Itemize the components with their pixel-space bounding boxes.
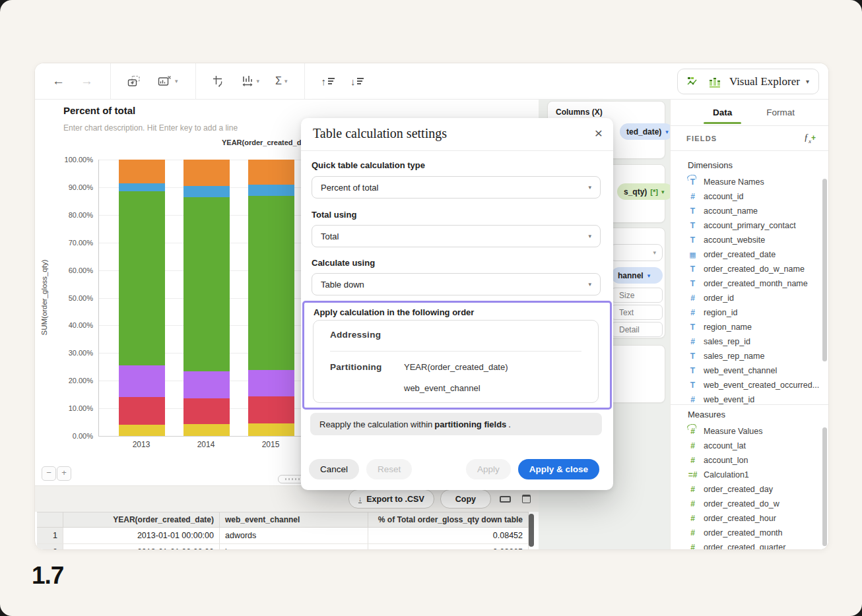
field-item-account-website[interactable]: Taccount_website [671, 233, 821, 247]
total-using-select[interactable]: Total ▾ [312, 225, 601, 247]
bar-segment-segment-green[interactable] [119, 191, 165, 365]
close-icon[interactable]: × [595, 125, 603, 141]
field-item-measure-names[interactable]: TMeasure Names [671, 175, 821, 189]
bar-segment-segment-orange[interactable] [119, 160, 165, 183]
field-item-account-lon[interactable]: #account_lon [671, 453, 821, 468]
field-item-account-primary-contact[interactable]: Taccount_primary_contact [671, 218, 821, 233]
mark-target-detail[interactable]: Detail [611, 322, 663, 337]
quick-calc-type-select[interactable]: Percent of total ▾ [312, 176, 601, 199]
table-calculation-settings-modal: Table calculation settings × Quick table… [301, 118, 613, 490]
bar-segment-segment-blue[interactable] [248, 185, 294, 196]
pill-web-event-channel[interactable]: hannel ▾ [611, 267, 663, 284]
minimize-table-icon[interactable] [500, 496, 511, 503]
dimensions-scrollbar[interactable] [822, 179, 827, 361]
number-icon: # [688, 441, 698, 450]
bar-segment-segment-purple[interactable] [183, 371, 230, 399]
maximize-table-icon[interactable] [522, 495, 531, 503]
chart-description-placeholder[interactable]: Enter chart description. Hit Enter key t… [63, 123, 238, 133]
column-header[interactable] [37, 512, 63, 527]
field-item-sales-rep-id[interactable]: #sales_rep_id [671, 334, 821, 349]
text-icon: T [688, 381, 698, 390]
bar-segment-segment-blue[interactable] [183, 186, 230, 197]
mark-type-select[interactable]: ▾ [610, 244, 663, 261]
duplicate-chart-button[interactable] [127, 75, 141, 88]
field-item-web-event-channel[interactable]: Tweb_event_channel [671, 363, 821, 378]
y-tick-label: 70.00% [43, 239, 93, 247]
field-item-order-id[interactable]: #order_id [671, 291, 821, 305]
field-item-web-event-id[interactable]: #web_event_id [671, 392, 821, 404]
tab-data[interactable]: Data [712, 101, 733, 124]
field-item-account-lat[interactable]: #account_lat [671, 439, 821, 453]
field-label: order_id [704, 293, 734, 303]
bar-segment-segment-green[interactable] [248, 196, 294, 370]
field-item-sales-rep-name[interactable]: Tsales_rep_name [671, 349, 821, 363]
field-item-order-created-do-w-name[interactable]: Torder_created_do_w_name [671, 262, 821, 276]
field-item-region-id[interactable]: #region_id [671, 305, 821, 320]
apply-and-close-button[interactable]: Apply & close [518, 459, 599, 479]
total-using-label: Total using [312, 210, 356, 220]
zoom-in-button[interactable]: + [57, 466, 71, 481]
field-item-order-created-do-w[interactable]: #order_created_do_w [671, 497, 821, 511]
measures-scrollbar[interactable] [822, 427, 827, 546]
calculate-using-select[interactable]: Table down ▾ [312, 273, 601, 295]
field-item-order-created-day[interactable]: #order_created_day [671, 482, 821, 497]
zoom-out-button[interactable]: − [42, 466, 56, 481]
table-vertical-scrollbar[interactable] [529, 514, 534, 547]
chevron-down-icon: ▾ [806, 78, 809, 85]
number-icon: # [688, 499, 698, 508]
table-row[interactable]: 22013-01-01 00:00:00banner0.03065 [37, 544, 529, 550]
field-item-order-created-hour[interactable]: #order_created_hour [671, 511, 821, 526]
column-header[interactable]: web_event_channel [220, 512, 368, 527]
bar-segment-segment-orange[interactable] [248, 160, 294, 185]
field-item-account-id[interactable]: #account_id [671, 189, 821, 204]
field-item-measure-values[interactable]: #Measure Values [671, 424, 821, 439]
chart-title[interactable]: Percent of total [63, 105, 135, 116]
column-header[interactable]: % of Total order_gloss_qty down table [368, 512, 529, 527]
bar-segment-segment-orange[interactable] [183, 160, 230, 186]
remove-chart-button[interactable]: ▾ [157, 75, 178, 88]
sort-ascending-button[interactable]: ↑ [321, 76, 335, 87]
app-switcher-button[interactable]: Visual Explorer ▾ [677, 69, 819, 94]
bar-width-button[interactable]: ▾ [241, 75, 260, 88]
bar-segment-segment-yellow[interactable] [183, 424, 230, 436]
column-header[interactable]: YEAR(order_created_date) [63, 512, 220, 527]
bar-segment-segment-red[interactable] [248, 396, 294, 423]
export-csv-button[interactable]: ↓ Export to .CSV [348, 489, 434, 508]
bar-segment-segment-green[interactable] [183, 197, 230, 371]
sort-descending-button[interactable]: ↓ [350, 76, 364, 87]
pill-label: hannel [618, 271, 644, 280]
aggregate-button[interactable]: Σ ▾ [275, 75, 287, 87]
bar-segment-segment-red[interactable] [183, 398, 230, 424]
field-item-order-created-month-name[interactable]: Torder_created_month_name [671, 276, 821, 291]
tab-format[interactable]: Format [765, 101, 796, 124]
bar-segment-segment-purple[interactable] [119, 365, 165, 397]
apply-button[interactable]: Apply [466, 459, 511, 479]
field-item-account-name[interactable]: Taccount_name [671, 204, 821, 218]
back-button[interactable]: ← [52, 74, 65, 88]
bar-segment-segment-red[interactable] [119, 397, 165, 425]
bar-segment-segment-blue[interactable] [119, 183, 165, 191]
field-item-region-name[interactable]: Tregion_name [671, 320, 821, 334]
cancel-button[interactable]: Cancel [309, 459, 359, 479]
field-item-web-event-created-occurred-[interactable]: Tweb_event_created_occurred... [671, 378, 821, 392]
y-tick-label: 60.00% [43, 266, 93, 274]
field-item-order-created-date[interactable]: ▦order_created_date [671, 247, 821, 262]
table-row[interactable]: 12013-01-01 00:00:00adwords0.08452 [37, 528, 529, 544]
plus-icon: + [811, 133, 816, 142]
bar-segment-segment-purple[interactable] [248, 370, 294, 396]
mark-target-size[interactable]: Size [611, 288, 663, 303]
pill-sum-order-gloss-qty[interactable]: s_qty) [*] ▾ [617, 183, 673, 200]
mark-target-text[interactable]: Text [611, 305, 663, 320]
field-item-calculation1[interactable]: =#Calculation1 [671, 468, 821, 482]
reset-button[interactable]: Reset [366, 459, 412, 479]
field-label: account_lon [704, 456, 748, 465]
bar-segment-segment-yellow[interactable] [119, 425, 165, 436]
pill-order-created-date[interactable]: ted_date) ▾ [620, 123, 673, 140]
swap-axes-button[interactable] [212, 75, 225, 88]
add-calculation-button[interactable]: ƒx+ [804, 133, 816, 144]
field-item-order-created-quarter[interactable]: #order_created_quarter [671, 540, 821, 549]
bar-segment-segment-yellow[interactable] [248, 423, 294, 436]
field-item-order-created-month[interactable]: #order_created_month [671, 526, 821, 540]
forward-button[interactable]: → [81, 74, 93, 88]
copy-button[interactable]: Copy [440, 489, 491, 508]
